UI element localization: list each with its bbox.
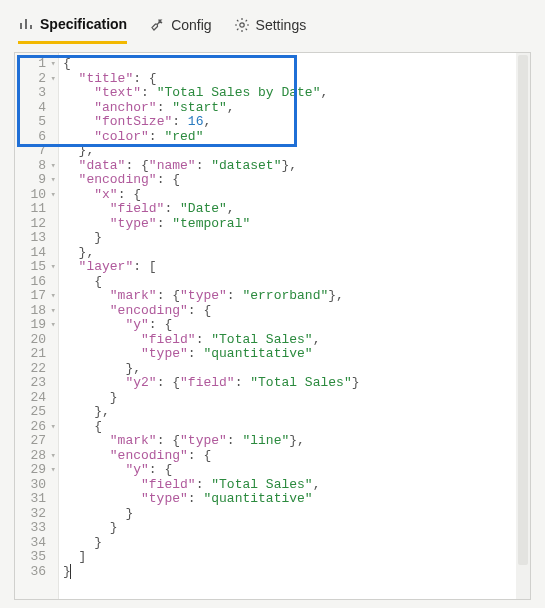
line-number: 35 [21, 550, 56, 565]
scrollbar-thumb[interactable] [518, 55, 528, 565]
line-number: 3 [21, 86, 56, 101]
code-line[interactable]: } [63, 521, 530, 536]
line-number: 5 [21, 115, 56, 130]
code-line[interactable]: "field": "Total Sales", [63, 333, 530, 348]
line-number: 28▾ [21, 449, 56, 464]
line-number: 9▾ [21, 173, 56, 188]
line-number: 4 [21, 101, 56, 116]
line-number: 18▾ [21, 304, 56, 319]
code-line[interactable]: { [63, 57, 530, 72]
code-line[interactable]: { [63, 420, 530, 435]
line-number: 15▾ [21, 260, 56, 275]
line-number: 24 [21, 391, 56, 406]
line-number: 12 [21, 217, 56, 232]
code-line[interactable]: "encoding": { [63, 173, 530, 188]
svg-point-3 [239, 23, 243, 27]
code-line[interactable]: } [63, 536, 530, 551]
line-number: 33 [21, 521, 56, 536]
code-line[interactable]: "type": "temporal" [63, 217, 530, 232]
line-number: 7 [21, 144, 56, 159]
line-number: 8▾ [21, 159, 56, 174]
code-line[interactable]: } [63, 507, 530, 522]
line-number: 6 [21, 130, 56, 145]
line-number: 2▾ [21, 72, 56, 87]
line-number: 10▾ [21, 188, 56, 203]
line-number: 22 [21, 362, 56, 377]
line-number: 20 [21, 333, 56, 348]
code-line[interactable]: "mark": {"type": "line"}, [63, 434, 530, 449]
code-line[interactable]: } [63, 231, 530, 246]
code-line[interactable]: "type": "quantitative" [63, 347, 530, 362]
tab-config[interactable]: Config [149, 6, 211, 44]
tab-settings[interactable]: Settings [234, 6, 307, 44]
line-number: 1▾ [21, 57, 56, 72]
code-line[interactable]: "y2": {"field": "Total Sales"} [63, 376, 530, 391]
code-line[interactable]: "type": "quantitative" [63, 492, 530, 507]
code-line[interactable]: "text": "Total Sales by Date", [63, 86, 530, 101]
tab-bar: Specification Config Settings [0, 0, 545, 44]
line-number: 26▾ [21, 420, 56, 435]
bar-chart-icon [18, 16, 34, 32]
line-number-gutter: 1▾2▾345678▾9▾10▾1112131415▾1617▾18▾19▾20… [15, 53, 59, 599]
line-number: 16 [21, 275, 56, 290]
line-number: 25 [21, 405, 56, 420]
code-line[interactable]: "field": "Date", [63, 202, 530, 217]
line-number: 13 [21, 231, 56, 246]
line-number: 27 [21, 434, 56, 449]
code-line[interactable]: "title": { [63, 72, 530, 87]
text-cursor [70, 564, 71, 579]
vertical-scrollbar[interactable] [516, 53, 530, 599]
line-number: 30 [21, 478, 56, 493]
wrench-icon [149, 17, 165, 33]
line-number: 34 [21, 536, 56, 551]
code-line[interactable]: { [63, 275, 530, 290]
line-number: 32 [21, 507, 56, 522]
code-line[interactable]: "field": "Total Sales", [63, 478, 530, 493]
code-line[interactable]: "encoding": { [63, 304, 530, 319]
code-line[interactable]: "encoding": { [63, 449, 530, 464]
line-number: 29▾ [21, 463, 56, 478]
code-line[interactable]: "fontSize": 16, [63, 115, 530, 130]
code-line[interactable]: "data": {"name": "dataset"}, [63, 159, 530, 174]
line-number: 21 [21, 347, 56, 362]
code-line[interactable]: "color": "red" [63, 130, 530, 145]
code-editor[interactable]: 1▾2▾345678▾9▾10▾1112131415▾1617▾18▾19▾20… [14, 52, 531, 600]
code-line[interactable]: }, [63, 362, 530, 377]
line-number: 11 [21, 202, 56, 217]
code-line[interactable]: }, [63, 246, 530, 261]
code-line[interactable]: "anchor": "start", [63, 101, 530, 116]
line-number: 36 [21, 565, 56, 580]
code-line[interactable]: } [63, 565, 530, 580]
line-number: 17▾ [21, 289, 56, 304]
tab-label: Config [171, 17, 211, 33]
line-number: 31 [21, 492, 56, 507]
line-number: 23 [21, 376, 56, 391]
code-line[interactable]: ] [63, 550, 530, 565]
tab-specification[interactable]: Specification [18, 6, 127, 44]
code-line[interactable]: "y": { [63, 463, 530, 478]
code-line[interactable]: "mark": {"type": "errorband"}, [63, 289, 530, 304]
code-line[interactable]: }, [63, 405, 530, 420]
tab-label: Specification [40, 16, 127, 32]
line-number: 14 [21, 246, 56, 261]
gear-icon [234, 17, 250, 33]
code-line[interactable]: "y": { [63, 318, 530, 333]
code-line[interactable]: }, [63, 144, 530, 159]
code-content[interactable]: { "title": { "text": "Total Sales by Dat… [59, 53, 530, 599]
code-line[interactable]: "layer": [ [63, 260, 530, 275]
code-line[interactable]: "x": { [63, 188, 530, 203]
tab-label: Settings [256, 17, 307, 33]
code-line[interactable]: } [63, 391, 530, 406]
line-number: 19▾ [21, 318, 56, 333]
